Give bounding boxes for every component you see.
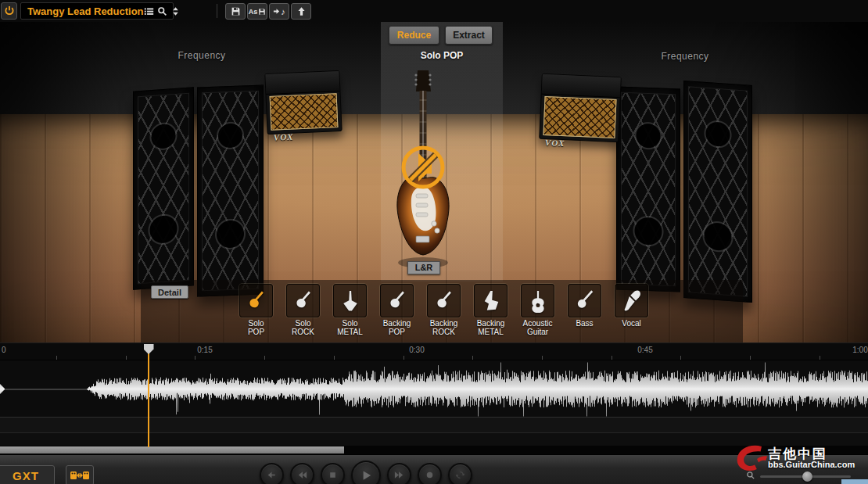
pedal-chain-icon bbox=[70, 469, 90, 482]
watermark: 吉他中国 bbs.GuitarChina.com bbox=[733, 445, 868, 471]
playhead-line bbox=[148, 352, 149, 447]
watermark-site-url: bbs.GuitarChina.com bbox=[768, 460, 866, 469]
preset-solo-metal: SoloMETAL bbox=[333, 284, 367, 336]
preset-backing-metal: BackingMETAL bbox=[474, 284, 508, 336]
preset-button-acoustic-guitar[interactable] bbox=[521, 284, 554, 317]
tab-reduce[interactable]: Reduce bbox=[389, 26, 439, 45]
electric-guitar-icon bbox=[292, 289, 315, 313]
preset-stepper-icon[interactable] bbox=[170, 6, 181, 16]
loop-icon bbox=[454, 469, 466, 481]
rewind-to-start-button[interactable] bbox=[260, 463, 284, 484]
mute-icon bbox=[400, 145, 446, 190]
ruler-time-label: 0 bbox=[2, 346, 6, 354]
preset-button-backing-rock[interactable] bbox=[427, 284, 461, 317]
preset-list: SoloPOPSoloROCKSoloMETALBackingPOPBackin… bbox=[239, 284, 648, 336]
preset-vocal: Vocal bbox=[615, 284, 648, 336]
preset-button-backing-metal[interactable] bbox=[474, 284, 508, 317]
power-button[interactable] bbox=[1, 2, 17, 20]
preset-label: SoloPOP bbox=[248, 320, 264, 336]
track-lane-2 bbox=[0, 417, 868, 432]
pedal-chain-button[interactable] bbox=[66, 465, 94, 484]
preset-list-icon[interactable] bbox=[144, 6, 154, 16]
frequency-label-left: Frequency bbox=[159, 50, 245, 61]
preset-button-solo-pop[interactable] bbox=[239, 284, 273, 317]
preset-name-box[interactable]: Twangy Lead Reduction bbox=[20, 2, 174, 20]
electric-guitar-icon bbox=[245, 289, 268, 313]
preset-acoustic-guitar: AcousticGuitar bbox=[521, 284, 554, 336]
preset-strip: Detail SoloPOPSoloROCKSoloMETALBackingPO… bbox=[141, 280, 743, 342]
speaker-stack-right bbox=[615, 64, 755, 307]
arrow-left-icon bbox=[266, 469, 278, 481]
play-icon bbox=[359, 468, 373, 482]
preset-button-solo-metal[interactable] bbox=[333, 284, 367, 317]
speaker-grille bbox=[138, 93, 189, 285]
preset-button-vocal[interactable] bbox=[615, 284, 648, 317]
toolbar-separator bbox=[217, 4, 217, 18]
channel-badge: L&R bbox=[407, 261, 440, 274]
ruler-time-label: 0:45 bbox=[637, 346, 652, 354]
preset-button-solo-rock[interactable] bbox=[286, 284, 320, 317]
save-button[interactable] bbox=[225, 3, 246, 20]
electric-guitar-icon bbox=[386, 289, 409, 313]
bass-guitar-icon bbox=[573, 289, 597, 313]
ruler-time-label: 0:15 bbox=[197, 346, 212, 354]
speaker-cabinet bbox=[133, 87, 194, 289]
jamvox-window: Twangy Lead Reduction As ♪ bbox=[0, 0, 868, 484]
electric-guitar-icon bbox=[432, 289, 456, 313]
speaker-stack-left bbox=[131, 66, 266, 303]
preset-label: SoloROCK bbox=[292, 320, 314, 336]
transport-controls bbox=[260, 460, 472, 484]
gxt-label: GXT bbox=[13, 469, 39, 482]
stop-icon bbox=[327, 469, 339, 481]
vox-amp-right: VOX bbox=[539, 73, 622, 142]
acoustic-guitar-icon bbox=[526, 289, 550, 313]
preset-label: BackingROCK bbox=[430, 320, 458, 336]
amp-grille bbox=[270, 93, 339, 131]
vox-amp-left: VOX bbox=[264, 70, 342, 134]
waveform-display[interactable] bbox=[0, 360, 868, 418]
preset-label: Bass bbox=[576, 320, 593, 328]
stop-button[interactable] bbox=[321, 463, 345, 484]
search-icon[interactable] bbox=[157, 6, 167, 16]
amp-control-panel bbox=[265, 71, 339, 95]
microphone-icon bbox=[620, 289, 644, 313]
vox-logo: VOX bbox=[545, 138, 565, 148]
preset-label: BackingMETAL bbox=[477, 320, 505, 336]
amp-control-panel bbox=[542, 74, 621, 98]
tab-extract[interactable]: Extract bbox=[445, 26, 493, 45]
export-arrow-icon bbox=[273, 8, 280, 15]
floppy-save-as-icon bbox=[258, 8, 266, 16]
corner-accent bbox=[841, 479, 868, 484]
gxt-stage: Frequency Frequency VOX VOX Reduce Extra… bbox=[0, 22, 868, 342]
zoom-slider-thumb[interactable] bbox=[802, 471, 812, 482]
speaker-cabinet bbox=[197, 85, 264, 297]
record-icon bbox=[424, 469, 436, 481]
preset-backing-pop: BackingPOP bbox=[380, 284, 414, 336]
ruler-time-label: 1:00 bbox=[852, 346, 867, 354]
loop-button[interactable] bbox=[448, 463, 472, 484]
save-as-button[interactable]: As bbox=[247, 3, 267, 20]
play-button[interactable] bbox=[351, 461, 381, 484]
rewind-button[interactable] bbox=[290, 463, 314, 484]
timeline-ruler[interactable]: 00:150:300:451:00 bbox=[0, 342, 868, 360]
speaker-grille bbox=[202, 91, 259, 292]
preset-label: Vocal bbox=[622, 320, 640, 328]
detail-button[interactable]: Detail bbox=[151, 285, 188, 299]
speaker-cabinet bbox=[683, 81, 752, 303]
gxt-mode-button[interactable]: GXT bbox=[0, 465, 55, 484]
preset-button-backing-pop[interactable] bbox=[380, 284, 414, 317]
upload-button[interactable] bbox=[291, 3, 311, 20]
speaker-grille bbox=[621, 92, 676, 286]
waveform-zoom-slider[interactable] bbox=[760, 475, 851, 478]
record-button[interactable] bbox=[418, 463, 442, 484]
floppy-save-icon bbox=[231, 6, 241, 16]
power-icon bbox=[4, 5, 15, 16]
arrow-up-icon bbox=[296, 6, 307, 16]
preset-button-bass[interactable] bbox=[568, 284, 601, 317]
export-audio-button[interactable]: ♪ bbox=[269, 3, 289, 20]
scrollbar-thumb[interactable] bbox=[0, 446, 344, 454]
fast-forward-button[interactable] bbox=[387, 463, 411, 484]
ruler-time-label: 0:30 bbox=[409, 346, 424, 354]
guitarchina-logo bbox=[733, 443, 773, 472]
fast-forward-icon bbox=[393, 469, 405, 481]
